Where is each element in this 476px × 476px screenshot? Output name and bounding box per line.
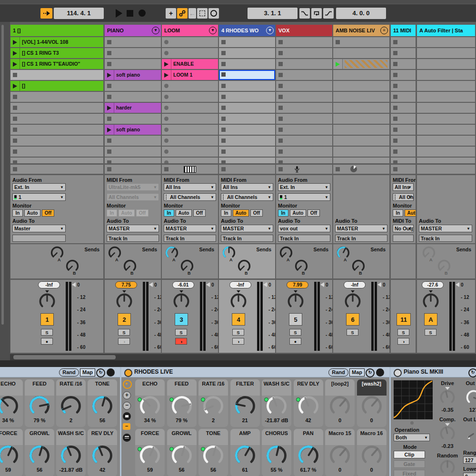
macro-knob[interactable]	[29, 396, 50, 416]
clip-launch-button[interactable]	[105, 103, 114, 113]
monitor-auto-button[interactable]: Auto	[233, 209, 249, 217]
macro-knob[interactable]	[203, 445, 224, 466]
monitor-off-button[interactable]: Off	[250, 209, 263, 217]
macro-knob[interactable]	[266, 445, 287, 466]
solo-button[interactable]: S	[347, 329, 358, 336]
clip-stop-button[interactable]	[393, 128, 397, 132]
stop-all-clips-button[interactable]	[13, 167, 17, 171]
clip-stop-button[interactable]	[278, 139, 283, 143]
clip-record-button[interactable]	[164, 106, 169, 110]
lowest-box[interactable]: 0	[463, 473, 476, 476]
device-activator-button[interactable]	[124, 369, 132, 377]
punch-out-button[interactable]	[323, 8, 334, 19]
clip-slot[interactable]	[391, 70, 416, 80]
save-preset-icon[interactable]	[376, 368, 384, 377]
stop-all-clips-button[interactable]	[164, 167, 169, 171]
track-activator-button[interactable]: 1	[40, 313, 54, 326]
loop-length-display[interactable]: 4. 0. 0	[336, 8, 386, 19]
map-button[interactable]: Map	[349, 368, 365, 377]
solo-button[interactable]: S	[289, 329, 301, 336]
session-record-button[interactable]	[208, 8, 219, 19]
clip-stop-button[interactable]	[278, 106, 283, 110]
chevron-down-icon[interactable]: ▾	[266, 27, 274, 34]
clip-stop-button[interactable]	[278, 51, 283, 55]
stop-all-clips-button[interactable]	[107, 167, 111, 171]
clip-slot[interactable]	[333, 48, 389, 58]
out-low-knob[interactable]	[466, 426, 476, 442]
midi-overdub-button[interactable]: +	[166, 8, 176, 19]
clip-slot[interactable]	[391, 147, 416, 157]
clip-slot[interactable]: soft piano	[105, 125, 161, 135]
rand-button[interactable]: Rand	[59, 368, 79, 377]
random-knob[interactable]	[439, 459, 456, 476]
clip-stop-button[interactable]	[278, 117, 283, 121]
clip-slot[interactable]	[333, 103, 389, 113]
punch-in-button[interactable]	[299, 8, 310, 19]
volume-display[interactable]: -Inf	[344, 281, 366, 288]
routing-dropdown[interactable]: Ext. In▼	[278, 183, 330, 191]
macro-knob[interactable]	[139, 445, 160, 466]
clip-launch-button[interactable]	[162, 59, 171, 69]
macro-cell[interactable]: RATE /162	[198, 379, 228, 427]
clip-stop-button[interactable]	[393, 62, 397, 66]
clip-slot[interactable]	[391, 48, 416, 58]
clip-record-button[interactable]	[164, 160, 169, 163]
routing-dropdown[interactable]: All Ins▼	[221, 183, 273, 191]
clip-slot[interactable]	[333, 125, 389, 135]
clip-slot[interactable]	[10, 125, 103, 135]
clip-slot[interactable]	[219, 114, 275, 124]
automation-arm-button[interactable]	[177, 8, 188, 19]
clip-slot[interactable]	[333, 147, 389, 157]
clip-launch-button[interactable]	[10, 59, 20, 69]
routing-dropdown[interactable]: No Output▼	[393, 225, 414, 232]
macro-cell[interactable]: WASH S/C-21.87 dB	[56, 429, 86, 476]
track-header-5[interactable]: AMB NOISE LIV≡	[333, 25, 389, 36]
clip-stop-button[interactable]	[107, 62, 111, 66]
clip-slot[interactable]	[105, 92, 161, 102]
macro-cell[interactable]: Macro 160	[357, 429, 387, 476]
clip-launch-button[interactable]	[105, 70, 114, 80]
loop-start-display[interactable]: 3. 1. 1	[248, 8, 298, 19]
macro-cell[interactable]: GROWL56	[167, 429, 197, 476]
clip-stop-button[interactable]	[278, 84, 283, 88]
clip-slot[interactable]	[162, 48, 218, 58]
clip-slot[interactable]	[333, 114, 389, 124]
clip-stop-button[interactable]	[221, 160, 226, 163]
clip-slot[interactable]	[391, 92, 416, 102]
solo-button[interactable]: S	[41, 329, 53, 336]
clip-stop-button[interactable]	[221, 84, 226, 88]
macro-knob[interactable]	[361, 445, 382, 466]
clip-slot[interactable]	[219, 37, 275, 47]
send-a-knob[interactable]	[165, 246, 179, 260]
clip-slot[interactable]	[391, 114, 416, 124]
clip-slot[interactable]	[162, 81, 218, 91]
play-button[interactable]	[116, 9, 122, 18]
stop-all-clips-button[interactable]	[278, 167, 283, 171]
clip-slot[interactable]	[391, 37, 416, 47]
solo-button[interactable]: S	[118, 329, 130, 336]
follow-button[interactable]	[40, 8, 52, 19]
arm-button[interactable]: ●	[41, 338, 53, 345]
back-to-arrangement-button[interactable]: ←	[188, 8, 196, 19]
macro-cell[interactable]: WASH S/C-21.87 dB	[262, 379, 291, 427]
clip-slot[interactable]: ENABLE	[162, 59, 218, 69]
monitor-in-button[interactable]: In	[12, 209, 23, 217]
routing-dropdown[interactable]: MASTER▼	[107, 225, 159, 232]
clip-slot[interactable]: LOOM 1	[162, 70, 218, 80]
macro-cell[interactable]: REV DLY42	[88, 429, 117, 476]
clip-slot[interactable]	[162, 125, 218, 135]
clip-stop-button[interactable]	[13, 73, 17, 77]
stop-all-clips-button[interactable]	[393, 167, 397, 171]
clip-slot[interactable]	[333, 70, 389, 80]
pan-knob[interactable]	[230, 293, 247, 310]
clip-slot[interactable]	[391, 59, 416, 69]
clip-slot[interactable]	[162, 158, 218, 163]
clip-slot[interactable]	[417, 125, 475, 135]
clip-slot[interactable]	[219, 103, 275, 113]
clip-slot[interactable]	[391, 103, 416, 113]
clip-slot[interactable]	[276, 158, 332, 163]
pan-knob[interactable]	[287, 293, 304, 310]
solo-button[interactable]: S	[175, 329, 187, 336]
monitor-in-button[interactable]: In	[107, 209, 117, 217]
clip-slot[interactable]	[162, 114, 218, 124]
